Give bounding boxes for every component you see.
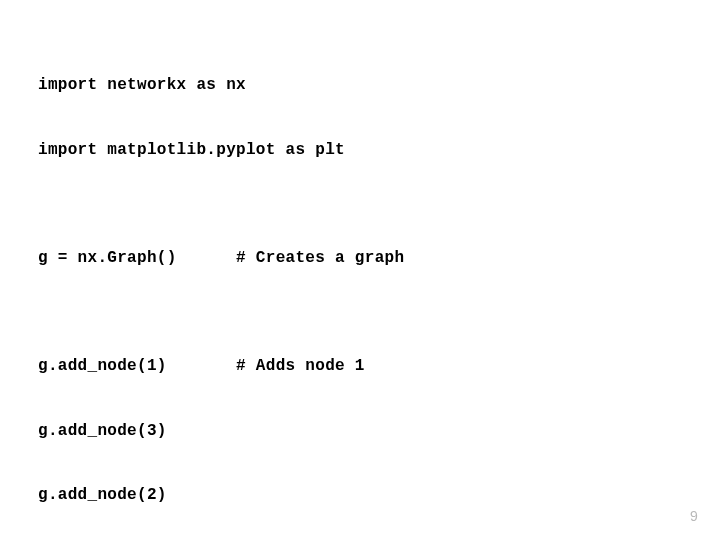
code-line: g.add_node(3) — [38, 421, 682, 443]
code-listing: import networkx as nx import matplotlib.… — [38, 32, 682, 540]
code-line: g.add_node(1) # Adds node 1 — [38, 356, 682, 378]
code-line: import networkx as nx — [38, 75, 682, 97]
code-comment: # Creates a graph — [236, 249, 404, 267]
code-line: g = nx.Graph() # Creates a graph — [38, 248, 682, 270]
code-fragment: g = nx.Graph() — [38, 249, 236, 267]
code-line: import matplotlib.pyplot as plt — [38, 140, 682, 162]
code-fragment: g.add_node(1) — [38, 357, 236, 375]
code-line: g.add_node(2) — [38, 485, 682, 507]
code-comment: # Adds node 1 — [236, 357, 365, 375]
page-number: 9 — [690, 507, 698, 526]
